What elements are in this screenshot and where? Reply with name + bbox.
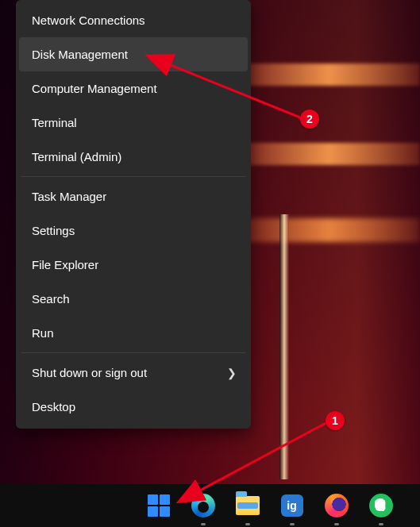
menu-item-label: Desktop [32, 400, 75, 414]
ig-icon: ig [281, 494, 303, 517]
menu-item-label: Network Connections [32, 13, 145, 27]
firefox-icon [325, 494, 349, 517]
menu-separator [21, 352, 246, 353]
menu-item-label: Run [32, 326, 54, 340]
annotation-badge-1: 1 [326, 411, 345, 430]
taskbar-app-edge[interactable] [190, 492, 217, 519]
edge-icon [191, 494, 215, 517]
folder-icon [236, 496, 260, 515]
menu-item-file-explorer[interactable]: File Explorer [16, 248, 251, 282]
windows-icon [148, 494, 170, 517]
taskbar-indicator [245, 523, 250, 525]
winx-context-menu: Network Connections Disk Management Comp… [16, 0, 251, 429]
menu-item-computer-management[interactable]: Computer Management [16, 71, 251, 106]
menu-item-label: Terminal [32, 116, 77, 129]
taskbar: ig [0, 484, 420, 527]
menu-item-settings[interactable]: Settings [16, 213, 251, 248]
taskbar-indicator [290, 523, 295, 525]
menu-item-disk-management[interactable]: Disk Management [19, 37, 248, 71]
menu-item-label: Search [32, 292, 70, 306]
menu-item-label: Disk Management [32, 48, 128, 61]
menu-separator [21, 176, 246, 177]
menu-item-network-connections[interactable]: Network Connections [16, 3, 251, 37]
taskbar-app-file-explorer[interactable] [234, 492, 261, 519]
evernote-icon [369, 494, 393, 517]
start-button[interactable] [145, 492, 172, 519]
menu-item-run[interactable]: Run [16, 316, 251, 350]
taskbar-indicator [379, 523, 383, 525]
taskbar-app-firefox[interactable] [323, 492, 350, 519]
wallpaper-accent [279, 214, 289, 479]
menu-item-label: Terminal (Admin) [32, 150, 121, 163]
chevron-right-icon: ❯ [227, 367, 237, 379]
menu-item-search[interactable]: Search [16, 282, 251, 316]
taskbar-indicator [334, 523, 339, 525]
taskbar-indicator [201, 523, 206, 525]
menu-item-label: Settings [32, 224, 75, 237]
annotation-badge-2: 2 [300, 110, 319, 129]
menu-item-terminal-admin[interactable]: Terminal (Admin) [16, 140, 251, 174]
wallpaper-glow [238, 218, 420, 242]
taskbar-app-evernote[interactable] [368, 492, 395, 519]
menu-item-terminal[interactable]: Terminal [16, 106, 251, 140]
menu-item-shutdown[interactable]: Shut down or sign out ❯ [16, 356, 251, 390]
menu-item-desktop[interactable]: Desktop [16, 390, 251, 424]
menu-item-task-manager[interactable]: Task Manager [16, 179, 251, 213]
menu-item-label: Shut down or sign out [32, 366, 147, 379]
menu-item-label: Computer Management [32, 82, 157, 95]
menu-item-label: Task Manager [32, 190, 106, 203]
taskbar-app-ig[interactable]: ig [279, 492, 306, 519]
menu-item-label: File Explorer [32, 258, 98, 271]
